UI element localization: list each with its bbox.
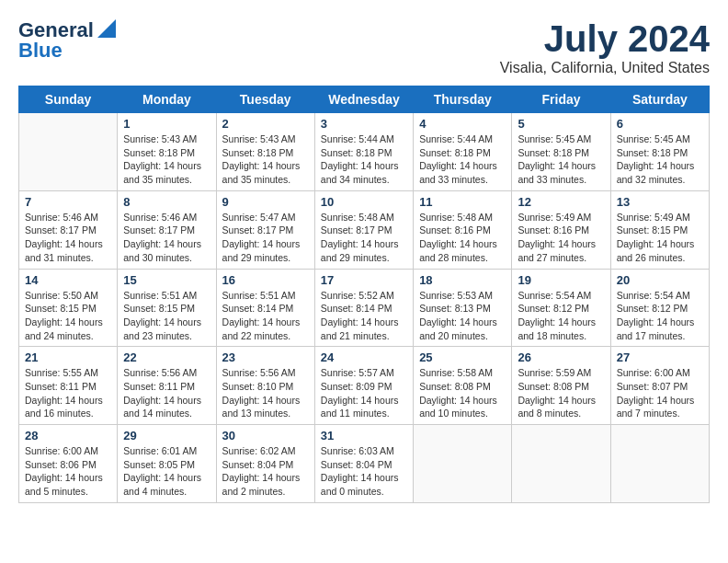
weekday-header-friday: Friday: [512, 86, 610, 113]
calendar-cell: 14Sunrise: 5:50 AM Sunset: 8:15 PM Dayli…: [19, 269, 118, 347]
day-number: 18: [419, 273, 506, 287]
calendar-cell: 13Sunrise: 5:49 AM Sunset: 8:15 PM Dayli…: [610, 190, 709, 269]
day-number: 29: [123, 429, 210, 442]
day-number: 1: [123, 117, 210, 131]
day-info: Sunrise: 5:53 AM Sunset: 8:13 PM Dayligh…: [419, 289, 506, 343]
day-info: Sunrise: 5:48 AM Sunset: 8:16 PM Dayligh…: [419, 211, 506, 265]
day-number: 12: [518, 195, 604, 209]
calendar-cell: 28Sunrise: 6:00 AM Sunset: 8:06 PM Dayli…: [19, 425, 118, 503]
calendar-week-row: 14Sunrise: 5:50 AM Sunset: 8:15 PM Dayli…: [19, 269, 710, 347]
calendar-table: SundayMondayTuesdayWednesdayThursdayFrid…: [18, 86, 710, 503]
calendar-cell: 17Sunrise: 5:52 AM Sunset: 8:14 PM Dayli…: [314, 269, 413, 347]
calendar-cell: 4Sunrise: 5:44 AM Sunset: 8:18 PM Daylig…: [414, 113, 512, 191]
calendar-cell: 27Sunrise: 6:00 AM Sunset: 8:07 PM Dayli…: [610, 347, 709, 425]
day-number: 13: [617, 195, 703, 209]
calendar-cell: 8Sunrise: 5:46 AM Sunset: 8:17 PM Daylig…: [118, 190, 216, 269]
day-info: Sunrise: 5:46 AM Sunset: 8:17 PM Dayligh…: [123, 211, 210, 265]
day-info: Sunrise: 5:45 AM Sunset: 8:18 PM Dayligh…: [617, 132, 703, 187]
day-info: Sunrise: 5:50 AM Sunset: 8:15 PM Dayligh…: [25, 289, 111, 343]
day-info: Sunrise: 5:58 AM Sunset: 8:08 PM Dayligh…: [419, 366, 506, 420]
calendar-week-row: 7Sunrise: 5:46 AM Sunset: 8:17 PM Daylig…: [19, 190, 710, 269]
day-number: 3: [321, 117, 407, 131]
logo-triangle-icon: [97, 19, 116, 41]
subtitle: Visalia, California, United States: [500, 60, 710, 76]
svg-marker-0: [97, 19, 116, 38]
calendar-cell: 21Sunrise: 5:55 AM Sunset: 8:11 PM Dayli…: [19, 347, 118, 425]
day-info: Sunrise: 6:03 AM Sunset: 8:04 PM Dayligh…: [321, 444, 407, 499]
day-info: Sunrise: 5:55 AM Sunset: 8:11 PM Dayligh…: [25, 366, 111, 420]
calendar-week-row: 21Sunrise: 5:55 AM Sunset: 8:11 PM Dayli…: [19, 347, 710, 425]
day-info: Sunrise: 5:43 AM Sunset: 8:18 PM Dayligh…: [222, 132, 309, 187]
logo: General Blue: [18, 18, 116, 63]
calendar-cell: 24Sunrise: 5:57 AM Sunset: 8:09 PM Dayli…: [314, 347, 413, 425]
calendar-cell: [512, 425, 610, 503]
day-number: 11: [419, 195, 506, 209]
day-info: Sunrise: 5:45 AM Sunset: 8:18 PM Dayligh…: [518, 132, 604, 187]
calendar-cell: 7Sunrise: 5:46 AM Sunset: 8:17 PM Daylig…: [19, 190, 118, 269]
day-info: Sunrise: 5:52 AM Sunset: 8:14 PM Dayligh…: [321, 289, 407, 343]
day-info: Sunrise: 6:00 AM Sunset: 8:07 PM Dayligh…: [617, 366, 703, 420]
calendar-cell: 19Sunrise: 5:54 AM Sunset: 8:12 PM Dayli…: [512, 269, 610, 347]
day-number: 27: [617, 350, 703, 364]
calendar-cell: [19, 113, 118, 191]
day-number: 23: [222, 350, 309, 364]
day-number: 5: [518, 117, 604, 131]
day-number: 9: [222, 195, 309, 209]
weekday-header-row: SundayMondayTuesdayWednesdayThursdayFrid…: [19, 86, 710, 113]
weekday-header-tuesday: Tuesday: [216, 86, 314, 113]
calendar-cell: 15Sunrise: 5:51 AM Sunset: 8:15 PM Dayli…: [118, 269, 216, 347]
weekday-header-saturday: Saturday: [610, 86, 709, 113]
day-info: Sunrise: 6:01 AM Sunset: 8:05 PM Dayligh…: [123, 444, 210, 499]
day-info: Sunrise: 5:47 AM Sunset: 8:17 PM Dayligh…: [222, 211, 309, 265]
day-info: Sunrise: 5:57 AM Sunset: 8:09 PM Dayligh…: [321, 366, 407, 420]
calendar-cell: 12Sunrise: 5:49 AM Sunset: 8:16 PM Dayli…: [512, 190, 610, 269]
day-number: 4: [419, 117, 506, 131]
calendar-cell: 30Sunrise: 6:02 AM Sunset: 8:04 PM Dayli…: [216, 425, 314, 503]
day-info: Sunrise: 5:49 AM Sunset: 8:16 PM Dayligh…: [518, 211, 604, 265]
day-number: 25: [419, 350, 506, 364]
day-number: 19: [518, 273, 604, 287]
day-info: Sunrise: 5:44 AM Sunset: 8:18 PM Dayligh…: [321, 132, 407, 187]
calendar-cell: 29Sunrise: 6:01 AM Sunset: 8:05 PM Dayli…: [118, 425, 216, 503]
day-info: Sunrise: 5:48 AM Sunset: 8:17 PM Dayligh…: [321, 211, 407, 265]
day-number: 14: [25, 273, 111, 287]
calendar-cell: 10Sunrise: 5:48 AM Sunset: 8:17 PM Dayli…: [314, 190, 413, 269]
calendar-cell: 20Sunrise: 5:54 AM Sunset: 8:12 PM Dayli…: [610, 269, 709, 347]
day-number: 10: [321, 195, 407, 209]
day-number: 20: [617, 273, 703, 287]
calendar-cell: 11Sunrise: 5:48 AM Sunset: 8:16 PM Dayli…: [414, 190, 512, 269]
day-info: Sunrise: 5:56 AM Sunset: 8:10 PM Dayligh…: [222, 366, 309, 420]
day-number: 16: [222, 273, 309, 287]
page-header: General Blue July 2024 Visalia, Californ…: [18, 18, 710, 76]
day-number: 6: [617, 117, 703, 131]
calendar-week-row: 1Sunrise: 5:43 AM Sunset: 8:18 PM Daylig…: [19, 113, 710, 191]
weekday-header-wednesday: Wednesday: [314, 86, 413, 113]
day-number: 7: [25, 195, 111, 209]
logo-blue: Blue: [18, 39, 63, 63]
title-section: July 2024 Visalia, California, United St…: [500, 18, 710, 76]
day-number: 26: [518, 350, 604, 364]
calendar-cell: 16Sunrise: 5:51 AM Sunset: 8:14 PM Dayli…: [216, 269, 314, 347]
calendar-cell: 18Sunrise: 5:53 AM Sunset: 8:13 PM Dayli…: [414, 269, 512, 347]
main-title: July 2024: [500, 18, 710, 60]
calendar-cell: 5Sunrise: 5:45 AM Sunset: 8:18 PM Daylig…: [512, 113, 610, 191]
calendar-week-row: 28Sunrise: 6:00 AM Sunset: 8:06 PM Dayli…: [19, 425, 710, 503]
day-number: 21: [25, 350, 111, 364]
day-number: 22: [123, 350, 210, 364]
calendar-cell: [414, 425, 512, 503]
weekday-header-sunday: Sunday: [19, 86, 118, 113]
day-number: 8: [123, 195, 210, 209]
day-info: Sunrise: 5:46 AM Sunset: 8:17 PM Dayligh…: [25, 211, 111, 265]
weekday-header-thursday: Thursday: [414, 86, 512, 113]
day-number: 31: [321, 429, 407, 442]
day-info: Sunrise: 5:44 AM Sunset: 8:18 PM Dayligh…: [419, 132, 506, 187]
day-info: Sunrise: 5:54 AM Sunset: 8:12 PM Dayligh…: [617, 289, 703, 343]
calendar-cell: 6Sunrise: 5:45 AM Sunset: 8:18 PM Daylig…: [610, 113, 709, 191]
day-number: 30: [222, 429, 309, 442]
calendar-cell: 31Sunrise: 6:03 AM Sunset: 8:04 PM Dayli…: [314, 425, 413, 503]
day-info: Sunrise: 5:51 AM Sunset: 8:14 PM Dayligh…: [222, 289, 309, 343]
day-info: Sunrise: 5:49 AM Sunset: 8:15 PM Dayligh…: [617, 211, 703, 265]
day-number: 15: [123, 273, 210, 287]
day-info: Sunrise: 5:59 AM Sunset: 8:08 PM Dayligh…: [518, 366, 604, 420]
day-info: Sunrise: 5:51 AM Sunset: 8:15 PM Dayligh…: [123, 289, 210, 343]
